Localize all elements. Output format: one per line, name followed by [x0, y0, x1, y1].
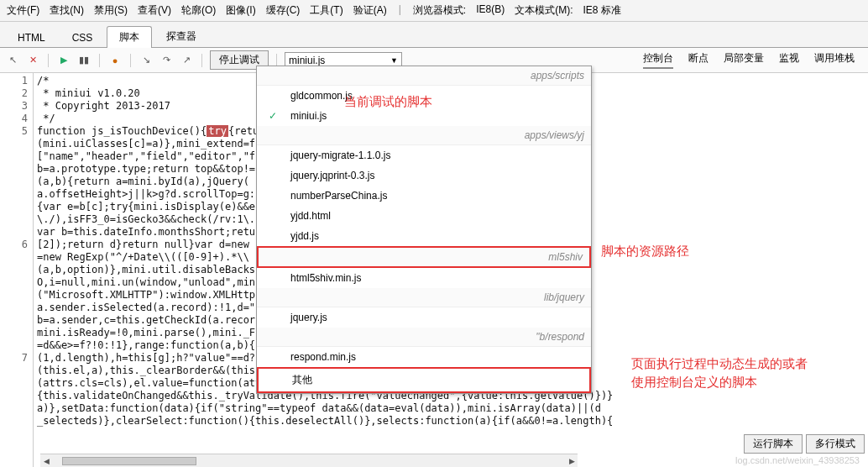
script-item[interactable]: jquery-migrate-1.1.0.js: [257, 145, 591, 165]
scroll-right-icon[interactable]: ▶: [566, 457, 578, 465]
menu-disable[interactable]: 禁用(S): [94, 3, 128, 18]
menu-find[interactable]: 查找(N): [50, 3, 84, 18]
menu-file[interactable]: 文件(F): [7, 3, 39, 18]
scrollbar-thumb[interactable]: [62, 457, 196, 465]
play-icon[interactable]: ▶: [56, 53, 71, 68]
right-tabs: 控制台 断点 局部变量 监视 调用堆栈: [643, 51, 863, 69]
script-group: "b/respond: [257, 328, 591, 347]
rtab-locals[interactable]: 局部变量: [724, 51, 764, 69]
rtab-watch[interactable]: 监视: [779, 51, 799, 69]
script-dropdown-panel: apps/scripts gldcommon.js ✓miniui.js app…: [256, 66, 592, 394]
pause-icon[interactable]: ▮▮: [76, 53, 92, 68]
menu-tools[interactable]: 工具(T): [310, 3, 342, 18]
script-group: apps/views/yj: [257, 126, 591, 145]
menu-cache[interactable]: 缓存(C): [266, 3, 301, 18]
script-item[interactable]: yjdd.html: [257, 206, 591, 226]
script-group: lib/jquery: [257, 288, 591, 307]
rtab-console[interactable]: 控制台: [643, 51, 673, 69]
console-controls: 运行脚本 多行模式: [744, 434, 865, 454]
step-over-icon[interactable]: ↷: [159, 53, 174, 68]
menu-view[interactable]: 查看(V): [138, 3, 171, 18]
text-mode-value[interactable]: IE8 标准: [583, 3, 620, 18]
menu-image[interactable]: 图像(I): [226, 3, 255, 18]
menubar: 文件(F) 查找(N) 禁用(S) 查看(V) 轮廓(O) 图像(I) 缓存(C…: [0, 0, 868, 22]
browser-mode-value[interactable]: IE8(B): [476, 3, 505, 18]
annotation-dynamic-scripts: 页面执行过程中动态生成的或者使用控制台定义的脚本: [631, 354, 808, 391]
menu-validate[interactable]: 验证(A): [353, 3, 387, 18]
script-group: apps/scripts: [257, 66, 591, 86]
annotation-current-script: 当前调试的脚本: [344, 94, 432, 110]
scroll-left-icon[interactable]: ◀: [40, 457, 52, 465]
tab-css[interactable]: CSS: [60, 28, 106, 47]
tab-script[interactable]: 脚本: [107, 26, 152, 48]
check-icon: ✓: [269, 110, 277, 122]
step-into-icon[interactable]: ↘: [139, 53, 154, 68]
rtab-breakpoints[interactable]: 断点: [688, 51, 709, 69]
break-icon[interactable]: ●: [107, 53, 123, 68]
step-out-icon[interactable]: ↗: [179, 53, 194, 68]
pointer-icon[interactable]: ↖: [5, 53, 20, 68]
chevron-down-icon: ▼: [390, 56, 398, 65]
run-script-button[interactable]: 运行脚本: [744, 434, 803, 454]
browser-mode-label: 浏览器模式:: [413, 3, 466, 18]
breakpoint-highlight: try: [207, 125, 228, 137]
annotation-resource-path: 脚本的资源路径: [601, 244, 689, 260]
clear-icon[interactable]: ✕: [25, 53, 40, 68]
tabbar: HTML CSS 脚本 探查器: [0, 22, 868, 48]
line-gutter: 1 2 3 4 5 6 7 8: [0, 73, 34, 467]
multiline-button[interactable]: 多行模式: [806, 434, 865, 454]
menu-outline[interactable]: 轮廓(O): [181, 3, 216, 18]
script-selector-value: miniui.js: [289, 55, 325, 66]
script-item[interactable]: numberParseChina.js: [257, 186, 591, 206]
script-item[interactable]: html5shiv.min.js: [257, 268, 591, 288]
script-item[interactable]: jquery.js: [257, 307, 591, 328]
horizontal-scrollbar[interactable]: ◀ ▶: [40, 454, 578, 467]
tab-html[interactable]: HTML: [5, 28, 58, 47]
script-item[interactable]: respond.min.js: [257, 347, 591, 367]
script-item[interactable]: yjdd.js: [257, 226, 591, 246]
script-item-other[interactable]: 其他: [257, 367, 591, 393]
text-mode-label: 文本模式(M):: [515, 3, 573, 18]
tab-profiler[interactable]: 探查器: [154, 25, 209, 47]
rtab-callstack[interactable]: 调用堆栈: [814, 51, 855, 69]
watermark: log.csdn.net/weixin_43938253: [735, 455, 860, 465]
script-item[interactable]: jquery.jqprint-0.3.js: [257, 165, 591, 186]
script-group-highlighted: ml5shiv: [257, 246, 591, 268]
